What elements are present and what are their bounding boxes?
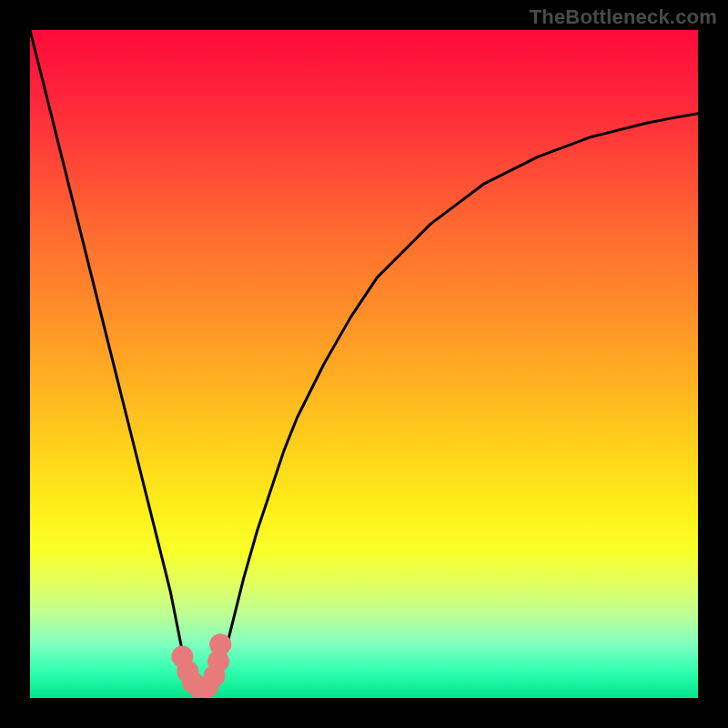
watermark-text: TheBottleneck.com xyxy=(530,5,717,29)
curve-layer xyxy=(30,30,698,698)
chart-frame: TheBottleneck.com xyxy=(0,0,728,728)
bottleneck-curve xyxy=(30,30,698,698)
plot-area xyxy=(30,30,698,698)
svg-point-7 xyxy=(209,633,231,655)
